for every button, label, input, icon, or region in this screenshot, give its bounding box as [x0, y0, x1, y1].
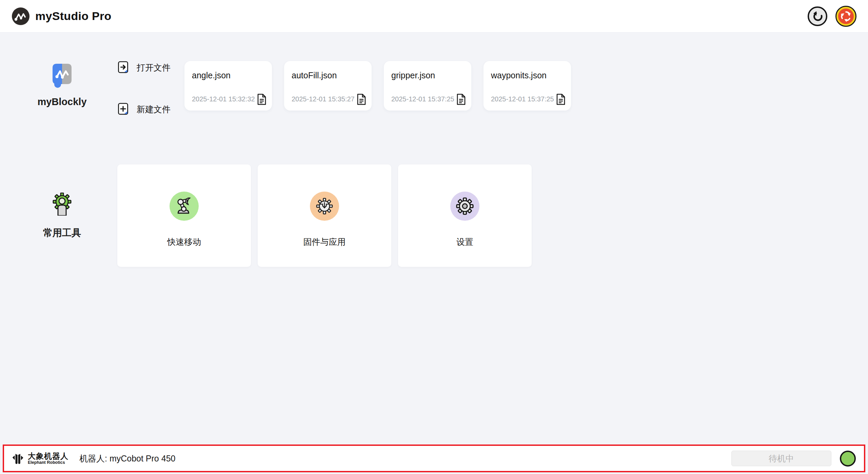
file-modified-time: 2025-12-01 15:32:32	[192, 95, 255, 103]
brand-logo: 大象机器人 Elephant Robotics	[12, 452, 68, 465]
document-icon	[357, 94, 366, 105]
new-file-icon	[118, 103, 129, 116]
tool-card-firmware-apps[interactable]: 固件与应用	[258, 164, 391, 267]
file-card-wayponits[interactable]: wayponits.json 2025-12-01 15:37:25	[484, 61, 571, 111]
robot-arm-icon	[170, 192, 199, 221]
file-modified-time: 2025-12-01 15:37:25	[491, 95, 554, 103]
file-name: wayponits.json	[491, 71, 547, 80]
undo-icon	[812, 11, 823, 22]
file-modified-time: 2025-12-01 15:37:25	[391, 95, 454, 103]
file-card-gripper[interactable]: gripper.json 2025-12-01 15:37:25	[384, 61, 471, 111]
connection-status-indicator	[840, 451, 856, 467]
app-header: myStudio Pro	[0, 0, 868, 33]
settings-gear-icon	[450, 192, 479, 221]
common-tools-label: 常用工具	[21, 226, 103, 239]
standby-status-button[interactable]: 待机中	[731, 451, 831, 466]
open-file-icon	[118, 61, 129, 74]
tool-label-firmware-apps: 固件与应用	[258, 236, 391, 248]
tool-card-settings[interactable]: 设置	[398, 164, 532, 267]
tool-label-settings: 设置	[398, 236, 532, 248]
emergency-stop-icon	[838, 8, 854, 24]
myblockly-section-label: myBlockly	[21, 96, 103, 107]
robot-name-label: 机器人: myCobot Pro 450	[79, 453, 175, 464]
elephant-robotics-logo-icon	[12, 452, 24, 465]
file-card-angle[interactable]: angle.json 2025-12-01 15:32:32	[184, 61, 272, 111]
document-icon	[556, 94, 566, 105]
file-card-autofill[interactable]: autoFill.json 2025-12-01 15:35:27	[284, 61, 372, 111]
page-title: myStudio Pro	[35, 9, 112, 23]
open-file-button[interactable]: 打开文件	[118, 61, 171, 74]
tool-label-quick-move: 快速移动	[117, 236, 251, 248]
file-name: autoFill.json	[292, 71, 337, 80]
new-file-label: 新建文件	[137, 104, 171, 115]
emergency-stop-button[interactable]	[835, 6, 856, 27]
firmware-gear-icon	[310, 192, 339, 221]
file-name: gripper.json	[391, 71, 435, 80]
file-name: angle.json	[192, 71, 231, 80]
new-file-button[interactable]: 新建文件	[118, 103, 171, 116]
robot-status-bar: 大象机器人 Elephant Robotics 机器人: myCobot Pro…	[3, 445, 865, 472]
myblockly-app-icon[interactable]	[51, 63, 73, 89]
tool-card-quick-move[interactable]: 快速移动	[117, 164, 251, 267]
common-tools-icon	[51, 193, 73, 216]
document-icon	[257, 94, 267, 105]
document-icon	[456, 94, 466, 105]
undo-back-button[interactable]	[808, 6, 827, 26]
app-logo-icon	[12, 7, 30, 25]
brand-name-cn: 大象机器人	[28, 452, 68, 460]
file-modified-time: 2025-12-01 15:35:27	[292, 95, 355, 103]
brand-name-en: Elephant Robotics	[28, 460, 68, 465]
open-file-label: 打开文件	[137, 62, 171, 73]
